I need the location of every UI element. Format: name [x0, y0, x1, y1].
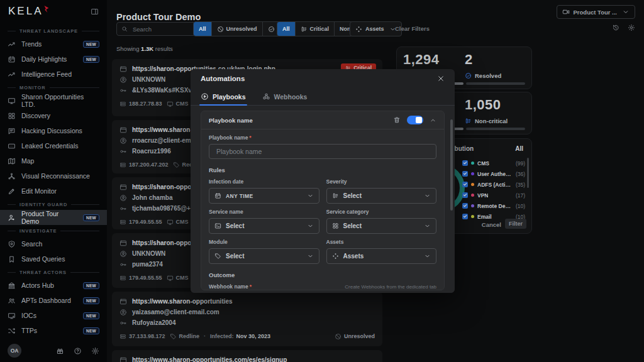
sidebar-item-map[interactable]: Map [0, 153, 107, 168]
sidebar-item-visual-reconnaissance[interactable]: Visual Reconnaissance [0, 168, 107, 184]
help-icon[interactable] [74, 347, 82, 355]
clear-filters-button[interactable]: Clear Filters [395, 25, 430, 32]
filter-all-severity-button[interactable]: All [277, 22, 296, 36]
search-box[interactable] [116, 22, 199, 36]
distribution-row[interactable]: User Authentica...(36) [462, 168, 525, 179]
distribution-all-toggle[interactable]: All [515, 145, 523, 152]
sidebar-item-intelligence-feed[interactable]: Intelligence Feed [0, 67, 107, 82]
workspace-label: Product Tour ... [574, 9, 618, 16]
checkbox-checked[interactable] [462, 171, 468, 177]
assets-filter-dropdown[interactable]: Assets [350, 21, 402, 36]
user-icon [119, 250, 127, 258]
sidebar-item-label: IOCs [21, 312, 36, 319]
sidebar: KELA THREAT LANDSCAPE TrendsNEW Daily Hi… [0, 0, 107, 362]
legend-scrollbar[interactable] [527, 158, 529, 188]
sidebar-item-daily-highlights[interactable]: Daily HighlightsNEW [0, 52, 107, 67]
new-badge: NEW [83, 41, 99, 48]
shuffle-icon [8, 327, 16, 335]
user-icon [119, 194, 127, 202]
new-badge: NEW [83, 327, 99, 334]
close-icon[interactable] [437, 75, 445, 82]
sidebar-item-edit-monitor[interactable]: Edit Monitor [0, 184, 107, 199]
chevron-down-icon [424, 253, 431, 260]
key-icon [119, 87, 127, 94]
noncritical-progress-bar [466, 128, 525, 130]
sidebar-item-apts-dashboard[interactable]: APTs DashboardNEW [0, 293, 107, 308]
sidebar-item-search[interactable]: Search [0, 236, 107, 251]
sidebar-item-iocs[interactable]: IOCsNEW [0, 308, 107, 323]
playbook-name-input[interactable] [215, 147, 430, 156]
sidebar-item-product-tour-demo[interactable]: Product Tour DemoNEW [0, 210, 107, 225]
network-icon [8, 172, 16, 180]
infection-date-select[interactable]: ANY TIME [209, 188, 319, 204]
modal-scrollbar[interactable] [450, 119, 453, 211]
settings-gear-icon[interactable] [91, 347, 99, 355]
service-name-select[interactable]: Select [209, 218, 319, 234]
distribution-row[interactable]: VPN(17) [462, 190, 525, 200]
sidebar-item-label: Actors Hub [21, 282, 54, 289]
result-username: John chamba [132, 194, 172, 201]
resolved-label: Resolved [465, 72, 501, 79]
result-password: Roacruz1996 [132, 148, 171, 155]
sidebar-item-sharon-opportunities[interactable]: Sharon Opportunities LTD. [0, 93, 107, 108]
result-service: CMS [167, 275, 189, 282]
section-label-threat-actors: THREAT ACTORS [0, 266, 107, 278]
credential-card-icon [8, 142, 16, 150]
bookmark-icon [8, 255, 16, 263]
history-icon[interactable] [612, 24, 619, 31]
key-icon [119, 148, 127, 155]
result-card[interactable]: https://www.sharon-opportunities.com/es/… [112, 350, 382, 362]
accordion-title: Playbook name [209, 117, 253, 124]
result-url: https://www.sharon-opportunities [132, 298, 233, 305]
playbook-enabled-toggle[interactable] [407, 116, 423, 124]
user-avatar[interactable]: OA [8, 344, 21, 358]
collapse-sidebar-icon[interactable] [91, 8, 99, 16]
new-badge: NEW [83, 214, 99, 221]
sidebar-item-ttps[interactable]: TTPsNEW [0, 323, 107, 338]
chevron-up-icon[interactable] [430, 117, 436, 124]
filter-unresolved-button[interactable]: Unresolved [212, 22, 263, 36]
search-input[interactable] [131, 25, 194, 33]
page-title: Product Tour Demo [116, 12, 201, 22]
checkbox-checked[interactable] [462, 182, 468, 187]
checkbox-checked[interactable] [462, 214, 468, 219]
checkbox-checked[interactable] [462, 192, 468, 198]
distribution-filter-button[interactable]: Filter [505, 219, 526, 229]
monitor-icon [167, 275, 174, 282]
settings-gear-icon[interactable] [628, 24, 635, 31]
section-label-identity-guard: IDENTITY GUARD [0, 199, 107, 210]
severity-select[interactable]: Select [326, 188, 437, 204]
distribution-row[interactable]: CMS(99) [462, 158, 525, 168]
series-color-dot [471, 162, 474, 165]
building-icon [8, 282, 16, 290]
result-card[interactable]: https://www.sharon-opportunities yaizasa… [112, 292, 382, 346]
checkbox-checked[interactable] [462, 160, 468, 166]
sidebar-item-leaked-credentials[interactable]: Leaked Credentials [0, 138, 107, 153]
sidebar-item-saved-queries[interactable]: Saved Queries [0, 251, 107, 266]
section-label-investigate: INVESTIGATE [0, 225, 107, 236]
trash-icon[interactable] [393, 116, 401, 124]
sidebar-item-trends[interactable]: TrendsNEW [0, 36, 107, 52]
filter-critical-button[interactable]: Critical [296, 22, 335, 36]
filter-all-status-button[interactable]: All [194, 22, 212, 36]
module-select[interactable]: Select [209, 248, 319, 264]
service-category-select[interactable]: Select [326, 218, 437, 234]
distribution-row[interactable]: ADFS (Active Di...(35) [462, 179, 525, 190]
distribution-row[interactable]: Remote Desktop(10) [462, 200, 525, 211]
sidebar-item-hacking-discussions[interactable]: Hacking Discussions [0, 123, 107, 138]
assets-select[interactable]: Assets [326, 248, 437, 264]
gift-icon[interactable] [56, 347, 64, 355]
person-icon [8, 214, 16, 222]
trend-icon [8, 40, 16, 48]
distribution-cancel-button[interactable]: Cancel [482, 221, 501, 228]
sidebar-item-actors-hub[interactable]: Actors HubNEW [0, 278, 107, 293]
accordion-header[interactable]: Playbook name [201, 111, 444, 129]
result-ip: 187.200.47.202 [119, 162, 169, 168]
outcome-section-title: Outcome [209, 272, 436, 278]
sidebar-item-discovery[interactable]: Discovery [0, 108, 107, 123]
workspace-selector[interactable]: Product Tour ... [557, 5, 636, 19]
tab-webhooks[interactable]: Webhooks [262, 88, 308, 105]
playbook-name-field[interactable] [209, 144, 436, 159]
checkbox-checked[interactable] [462, 203, 468, 209]
tab-playbooks[interactable]: Playbooks [201, 88, 246, 105]
